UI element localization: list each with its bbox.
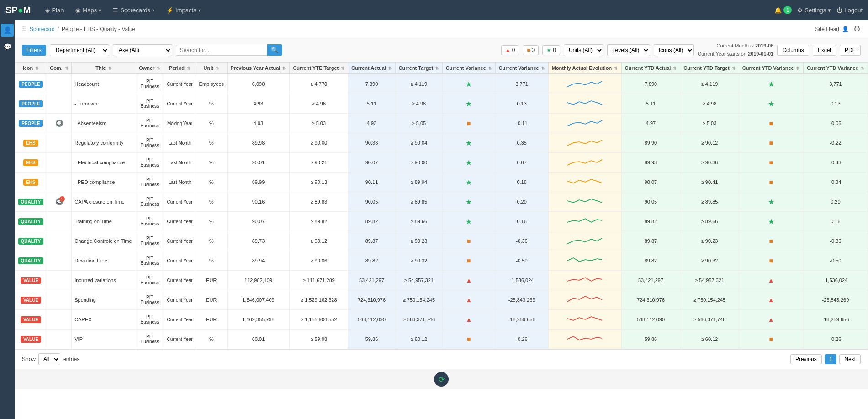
nav-maps[interactable]: ◉ Maps ▾ xyxy=(71,5,106,16)
cell-badge: VALUE xyxy=(15,310,47,330)
prev-page-btn[interactable]: Previous xyxy=(790,354,822,364)
cell-ytd-target: ≥ 89.85 xyxy=(680,192,739,212)
cell-current-actual: 89.82 xyxy=(348,212,396,231)
th-monthly-actual[interactable]: Monthly Actual Evolution ⇅ xyxy=(548,63,621,74)
sparkline-chart xyxy=(566,312,603,326)
cell-monthly-evolution xyxy=(548,114,621,133)
sparkline-chart xyxy=(566,234,603,247)
cell-ytd-variance-icon: ■ xyxy=(739,173,803,192)
th-current-target[interactable]: Current Target ⇅ xyxy=(395,63,442,74)
comment-bubble[interactable]: 💬 xyxy=(56,120,63,127)
icons-select[interactable]: Icons (All) xyxy=(654,44,694,56)
site-head-label: Site Head 👤 xyxy=(815,26,849,32)
cell-current-yte-target: ≥ 5.03 xyxy=(290,114,348,133)
cell-prev-year-actual: 6,090 xyxy=(227,74,290,94)
nav-scorecards[interactable]: ☰ Scorecards ▾ xyxy=(108,5,159,16)
cell-unit: % xyxy=(196,231,227,251)
th-title[interactable]: Title ⇅ xyxy=(72,63,136,74)
comment-bubble[interactable]: 💬1 xyxy=(56,198,63,205)
breadcrumb-path: People - EHS - Quality - Value xyxy=(62,26,135,32)
excel-button[interactable]: Excel xyxy=(813,45,836,56)
th-current-actual[interactable]: Current Actual ⇅ xyxy=(348,63,396,74)
category-badge: VALUE xyxy=(21,297,41,304)
nav-impacts[interactable]: ⚡ Impacts ▾ xyxy=(162,5,205,16)
table-row: EHS Regulatory conformity PITBusiness La… xyxy=(15,133,868,153)
cell-prev-year-actual: 4.93 xyxy=(227,114,290,133)
date-info: Current Month is 2019-06 Current Year st… xyxy=(698,42,773,58)
cell-com xyxy=(47,271,71,290)
columns-button[interactable]: Columns xyxy=(777,45,809,56)
filters-button[interactable]: Filters xyxy=(22,45,46,56)
next-page-btn[interactable]: Next xyxy=(839,354,861,364)
cell-title: Spending xyxy=(72,290,136,310)
th-current-variance-icon[interactable]: Current Variance ⇅ xyxy=(442,63,495,74)
variance-star-icon: ★ xyxy=(768,198,774,206)
nav-plan[interactable]: ◈ Plan xyxy=(41,5,68,16)
th-current-variance-val[interactable]: Current Variance ⇅ xyxy=(495,63,548,74)
cell-current-variance-icon: ★ xyxy=(442,173,495,192)
category-badge: EHS xyxy=(23,159,38,166)
th-ytd-variance-val[interactable]: Current YTD Variance ⇅ xyxy=(803,63,868,74)
logout-btn[interactable]: ⏻ Logout xyxy=(836,7,863,14)
pdf-button[interactable]: PDF xyxy=(840,45,861,56)
cell-current-yte-target: ≥ 90.13 xyxy=(290,173,348,192)
scorecard-table: Icon ⇅ Com. ⇅ Title ⇅ Owner ⇅ Period ⇅ U… xyxy=(15,62,868,349)
cell-badge: PEOPLE xyxy=(15,114,47,133)
units-select[interactable]: Units (All) xyxy=(564,44,603,56)
table-row: QUALITY 💬1 CAPA closure on Time PITBusin… xyxy=(15,192,868,212)
cell-ytd-variance-icon: ▲ xyxy=(739,290,803,310)
sparkline-chart xyxy=(566,77,603,90)
cell-current-yte-target: ≥ 59.98 xyxy=(290,330,348,349)
cell-ytd-target: ≥ 4,119 xyxy=(680,74,739,94)
axe-select[interactable]: Axe (All) xyxy=(113,44,172,56)
category-badge: VALUE xyxy=(21,316,41,323)
notification-btn[interactable]: 🔔 1 xyxy=(774,6,792,14)
variance-square-icon: ■ xyxy=(769,237,773,245)
th-ytd-variance-icon[interactable]: Current YTD Variance ⇅ xyxy=(739,63,803,74)
cell-current-variance-icon: ★ xyxy=(442,153,495,173)
th-ytd-target[interactable]: Current YTD Target ⇅ xyxy=(680,63,739,74)
cell-com xyxy=(47,212,71,231)
th-period[interactable]: Period ⇅ xyxy=(164,63,196,74)
th-current-yte-target[interactable]: Current YTE Target ⇅ xyxy=(290,63,348,74)
th-com[interactable]: Com. ⇅ xyxy=(47,63,71,74)
th-owner[interactable]: Owner ⇅ xyxy=(136,63,164,74)
cell-current-target: ≥ 566,371,746 xyxy=(395,310,442,330)
cell-current-actual: 7,890 xyxy=(348,74,396,94)
th-ytd-actual[interactable]: Current YTD Actual ⇅ xyxy=(621,63,680,74)
maps-caret: ▾ xyxy=(99,8,101,13)
th-unit[interactable]: Unit ⇅ xyxy=(196,63,227,74)
show-label: Show xyxy=(22,356,36,362)
cell-prev-year-actual: 1,169,355,798 xyxy=(227,310,290,330)
page-gear-icon[interactable]: ⚙ xyxy=(853,24,861,34)
th-prev-year-actual[interactable]: Previous Year Actual ⇅ xyxy=(227,63,290,74)
cell-title: CAPEX xyxy=(72,310,136,330)
cell-ytd-actual: 90.07 xyxy=(621,173,680,192)
department-select[interactable]: Department (All) xyxy=(50,44,109,56)
search-input[interactable] xyxy=(176,45,267,56)
settings-btn[interactable]: ⚙ Settings ▾ xyxy=(797,7,831,14)
bottom-bar: ⟳ xyxy=(15,369,868,389)
cell-current-actual: 90.07 xyxy=(348,153,396,173)
search-button[interactable]: 🔍 xyxy=(267,44,282,56)
cell-monthly-evolution xyxy=(548,74,621,94)
cell-prev-year-actual: 60.01 xyxy=(227,330,290,349)
sidebar-people-icon[interactable]: 👤 xyxy=(1,24,14,37)
year-starts-label: Current Year starts on 2019-01-01 xyxy=(698,50,773,58)
cell-current-variance-val: 0.13 xyxy=(495,94,548,114)
variance-square-icon: ■ xyxy=(769,257,773,264)
cell-badge: VALUE xyxy=(15,330,47,349)
breadcrumb-root[interactable]: Scorecard xyxy=(30,26,55,32)
cell-current-yte-target: ≥ 4,770 xyxy=(290,74,348,94)
cell-current-yte-target: ≥ 90.06 xyxy=(290,251,348,271)
levels-select[interactable]: Levels (All) xyxy=(607,44,650,56)
cell-ytd-variance-val: -1,536,024 xyxy=(803,271,868,290)
cell-ytd-actual: 7,890 xyxy=(621,74,680,94)
entries-select[interactable]: All xyxy=(38,353,60,365)
sidebar-chart-icon[interactable]: 💬 xyxy=(1,40,14,53)
th-icon[interactable]: Icon ⇅ xyxy=(15,63,47,74)
cell-prev-year-actual: 4.93 xyxy=(227,94,290,114)
cell-prev-year-actual: 89.99 xyxy=(227,173,290,192)
cell-ytd-variance-val: -18,259,656 xyxy=(803,310,868,330)
cell-period: Current Year xyxy=(164,212,196,231)
